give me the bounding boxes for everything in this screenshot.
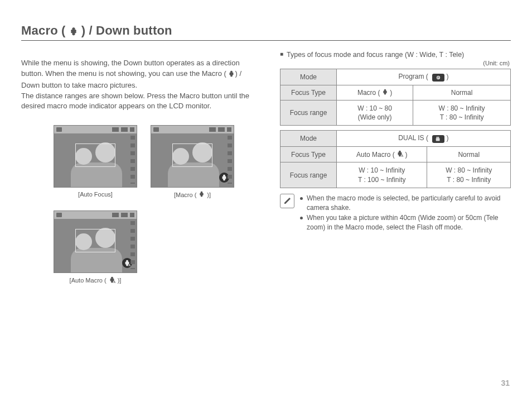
caption: [Macro ( )] [174,191,211,198]
types-heading: ■ Types of focus mode and focus range (W… [280,51,511,59]
dual-is-mode-icon [432,135,444,143]
cell-type-normal: Normal [413,85,511,100]
cell-type-macro: Macro ( ) [337,85,413,100]
focus-table-program: Mode Program ( P ) Focus Type Macro ( ) [280,69,511,126]
cell-type-auto-macro: Auto Macro ( ) [337,147,427,162]
intro-paragraph: While the menu is showing, the Down butt… [21,58,261,112]
lcd-preview [54,125,137,188]
title-rule [21,40,511,41]
cell-type-label: Focus Type [280,147,337,162]
page-title: Macro ( ) / Down button [21,23,511,38]
cell-mode-label: Mode [280,69,337,85]
note-item: When you take a picture within 40cm (Wid… [300,213,511,232]
lcd-preview [54,210,137,273]
cell-range-label: Focus range [280,100,337,126]
macro-icon [382,89,388,97]
thumb-auto-focus: [Auto Focus] [54,125,137,198]
title-suffix: ) / Down button [81,23,172,38]
note-icon [280,194,294,208]
cell-range-normal: W : 80 ~ Infinity T : 80 ~ Infinity [413,100,511,126]
auto-macro-icon [396,150,403,159]
macro-icon [199,191,205,198]
lcd-preview [151,125,234,188]
thumb-auto-macro: [Auto Macro ( )] [54,210,137,284]
cell-type-label: Focus Type [280,85,337,100]
auto-macro-badge-icon [122,258,132,268]
cell-range-normal: W : 80 ~ Infinity T : 80 ~ Infinity [427,162,511,188]
auto-macro-icon [109,276,115,284]
macro-icon [69,23,78,38]
cell-range-auto-macro: W : 10 ~ Infinity T : 100 ~ Infinity [337,162,427,188]
cell-mode-value: Program ( P ) [337,69,511,85]
page-number: 31 [501,379,510,387]
macro-badge-icon [219,173,229,183]
focus-table-dualis: Mode DUAL IS ( ) Focus Type Auto Macro (… [280,130,511,188]
caption: [Auto Focus] [78,191,113,198]
notes: When the macro mode is selected, be part… [280,194,511,233]
cell-mode-value: DUAL IS ( ) [337,131,511,147]
cell-mode-label: Mode [280,131,337,147]
cell-range-label: Focus range [280,162,337,188]
note-item: When the macro mode is selected, be part… [300,194,511,213]
cell-type-normal: Normal [427,147,511,162]
thumb-macro: [Macro ( )] [151,125,234,198]
unit-label: (Unit: cm) [280,60,510,66]
title-prefix: Macro ( [21,23,66,38]
program-mode-icon: P [432,74,444,82]
cell-range-macro: W : 10 ~ 80 (Wide only) [337,100,413,126]
caption: [Auto Macro ( )] [70,276,122,284]
macro-icon [228,70,235,80]
